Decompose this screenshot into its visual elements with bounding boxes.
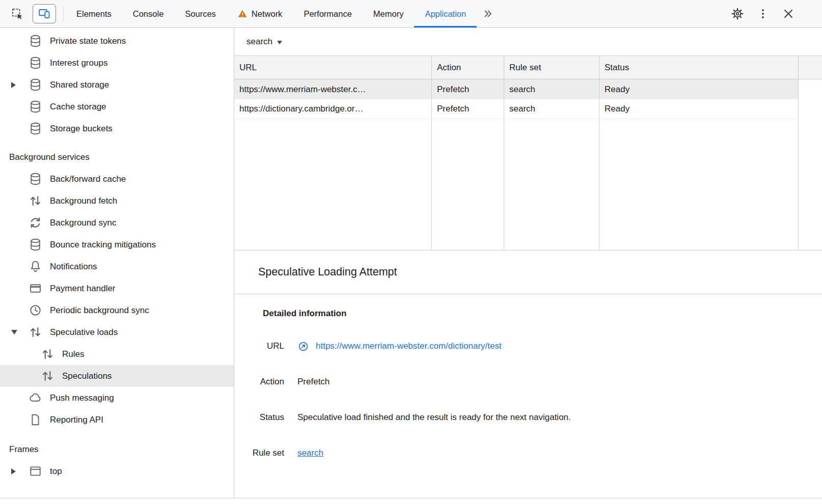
sidebar-item-background-sync[interactable]: Background sync — [0, 212, 234, 234]
detail-value-url: https://www.merriam-webster.com/dictiona… — [297, 340, 810, 352]
cell-value: https://dictionary.cambridge.or… — [239, 104, 363, 114]
detail-label-status: Status — [241, 411, 284, 424]
toolbar-right-icons — [727, 0, 822, 27]
cell-value: Prefetch — [437, 85, 469, 95]
sidebar-item-back-forward-cache[interactable]: Back/forward cache — [0, 168, 234, 190]
sidebar-item-push-messaging[interactable]: Push messaging — [0, 387, 234, 409]
attempt-title: Speculative Loading Attempt — [258, 266, 397, 278]
database-icon — [29, 34, 42, 48]
table-filler — [432, 119, 504, 250]
sidebar-item-label: Notifications — [50, 262, 97, 272]
sidebar-item-rules[interactable]: Rules — [0, 343, 234, 365]
sidebar-item-label: Speculative loads — [50, 327, 118, 338]
more-tabs-button[interactable] — [477, 0, 499, 27]
table-filler — [599, 119, 799, 250]
sidebar-item-bounce-tracking-mitigations[interactable]: Bounce tracking mitigations — [0, 234, 234, 256]
devtools-toolbar: Elements Console Sources Network Perform… — [0, 0, 822, 28]
tab-label: Elements — [76, 9, 112, 19]
tab-label: Network — [252, 9, 283, 19]
sidebar-item-label: Rules — [62, 349, 84, 359]
expander-slot[interactable] — [7, 82, 29, 88]
cell-value: search — [509, 85, 535, 95]
dropdown-caret-icon[interactable] — [277, 41, 282, 44]
url-link[interactable]: https://www.merriam-webster.com/dictiona… — [316, 340, 502, 352]
tab-application[interactable]: Application — [414, 0, 477, 27]
attempt-details: Detailed information URL https://www.mer… — [234, 294, 822, 498]
settings-button[interactable] — [727, 4, 748, 23]
sidebar-item-cache-storage[interactable]: Cache storage — [0, 96, 234, 118]
sidebar-section-frames: Frames — [0, 439, 234, 460]
sidebar-item-top-frame[interactable]: top — [0, 460, 234, 482]
sidebar-item-storage-buckets[interactable]: Storage buckets — [0, 118, 234, 139]
detail-label-action: Action — [241, 376, 284, 388]
close-devtools-button[interactable] — [778, 4, 799, 23]
column-header-url[interactable]: URL — [234, 56, 432, 79]
frame-icon — [29, 464, 42, 478]
tab-label: Application — [425, 9, 466, 19]
table-row-cell-rule-set[interactable]: search — [504, 79, 599, 99]
table-row-cell-status[interactable]: Ready — [599, 79, 799, 99]
table-row-cell-status[interactable]: Ready — [599, 99, 799, 119]
table-row-cell-url[interactable]: https://www.merriam-webster.c… — [234, 79, 432, 99]
inspect-element-button[interactable] — [7, 4, 28, 23]
sidebar-item-label: Reporting API — [50, 415, 103, 425]
database-icon — [29, 78, 42, 92]
bottom-strip — [0, 498, 822, 504]
up-down-arrows-icon — [41, 347, 54, 361]
customize-menu-button[interactable] — [753, 4, 773, 23]
table-row-cell-rule-set[interactable]: search — [504, 99, 599, 119]
tab-console[interactable]: Console — [122, 0, 175, 27]
tab-label: Sources — [185, 9, 216, 19]
sync-icon — [29, 216, 42, 230]
sidebar-item-periodic-background-sync[interactable]: Periodic background sync — [0, 299, 234, 321]
table-row-cell-url[interactable]: https://dictionary.cambridge.or… — [234, 99, 432, 119]
tab-network[interactable]: Network — [227, 0, 293, 27]
devtools-content: Private state tokens Interest groups Sha… — [0, 28, 822, 498]
table-row-gutter — [799, 99, 822, 119]
sidebar-item-label: Payment handler — [50, 284, 116, 294]
rule-set-filter-value[interactable]: search — [246, 37, 272, 47]
sidebar-item-notifications[interactable]: Notifications — [0, 256, 234, 277]
tab-label: Memory — [373, 9, 404, 19]
sidebar-item-shared-storage[interactable]: Shared storage — [0, 74, 234, 96]
sidebar-item-label: top — [50, 466, 62, 477]
sidebar-item-background-fetch[interactable]: Background fetch — [0, 190, 234, 212]
column-header-rule-set[interactable]: Rule set — [504, 56, 599, 79]
column-header-status[interactable]: Status — [599, 56, 799, 79]
table-row-cell-action[interactable]: Prefetch — [432, 79, 504, 99]
sidebar-item-interest-groups[interactable]: Interest groups — [0, 52, 234, 74]
column-header-label: Status — [605, 63, 629, 73]
sidebar-item-label: Cache storage — [50, 102, 106, 112]
chevron-down-icon — [11, 330, 17, 334]
table-header-gutter — [799, 56, 822, 79]
tab-memory[interactable]: Memory — [363, 0, 415, 27]
database-icon — [29, 122, 42, 135]
sidebar-item-label: Interest groups — [50, 58, 107, 68]
open-url-icon[interactable] — [297, 341, 309, 352]
cell-value: Ready — [605, 104, 629, 114]
tab-performance[interactable]: Performance — [293, 0, 362, 27]
toolbar-left-icons — [0, 0, 61, 27]
database-icon — [29, 172, 42, 186]
table-filler — [234, 119, 432, 250]
expander-slot[interactable] — [7, 330, 29, 334]
table-row-cell-action[interactable]: Prefetch — [432, 99, 504, 119]
column-header-action[interactable]: Action — [432, 56, 504, 79]
sidebar-item-payment-handler[interactable]: Payment handler — [0, 277, 234, 299]
database-icon — [29, 56, 42, 70]
cloud-icon — [29, 391, 42, 405]
sidebar-item-speculations[interactable]: Speculations — [0, 365, 234, 387]
table-row-gutter — [799, 79, 822, 99]
toolbar-divider — [63, 6, 64, 21]
table-filler — [504, 119, 599, 250]
toggle-device-toolbar-button[interactable] — [33, 4, 56, 23]
column-header-label: Action — [437, 63, 461, 73]
expander-slot[interactable] — [7, 468, 29, 474]
sidebar-item-private-state-tokens[interactable]: Private state tokens — [0, 30, 234, 52]
credit-card-icon — [29, 282, 42, 295]
rule-set-link[interactable]: search — [297, 447, 323, 459]
tab-sources[interactable]: Sources — [174, 0, 227, 27]
sidebar-item-speculative-loads[interactable]: Speculative loads — [0, 321, 234, 343]
sidebar-item-reporting-api[interactable]: Reporting API — [0, 409, 234, 431]
tab-elements[interactable]: Elements — [66, 0, 122, 27]
